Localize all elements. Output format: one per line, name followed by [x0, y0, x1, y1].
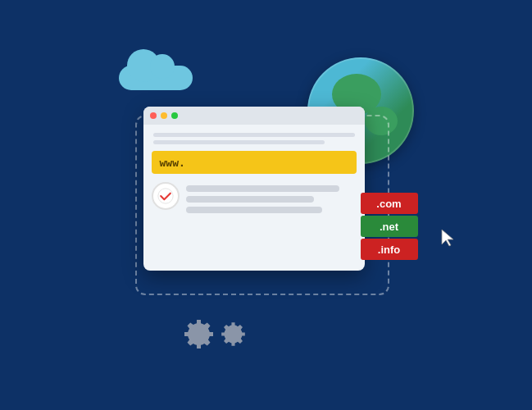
content-line-2 [186, 196, 314, 203]
domain-badge-net: .net [361, 216, 418, 237]
domain-badge-com: .com [361, 193, 418, 214]
content-line-1 [186, 185, 339, 192]
svg-marker-1 [442, 230, 453, 246]
browser-top-lines [152, 133, 357, 144]
gear-right-icon [215, 316, 252, 353]
domain-badge-info: .info [361, 239, 418, 260]
domain-badges: .com .net .info [361, 193, 418, 260]
maximize-dot [171, 112, 178, 119]
cloud-icon [119, 66, 193, 90]
browser-content [152, 182, 357, 213]
url-text: www. [160, 157, 185, 169]
top-line-2 [153, 140, 325, 144]
content-line-3 [186, 207, 322, 213]
illustration-scene: www. .com .net .info [94, 49, 439, 361]
checkmark-icon [157, 188, 174, 204]
browser-titlebar [143, 107, 365, 125]
browser-window: www. .com .net .info [143, 107, 365, 271]
minimize-dot [161, 112, 167, 119]
content-lines [186, 182, 357, 213]
top-line-1 [153, 133, 355, 137]
checkmark-circle [152, 182, 180, 210]
url-bar: www. [152, 151, 357, 174]
gears-group [176, 312, 252, 357]
close-dot [150, 112, 157, 119]
